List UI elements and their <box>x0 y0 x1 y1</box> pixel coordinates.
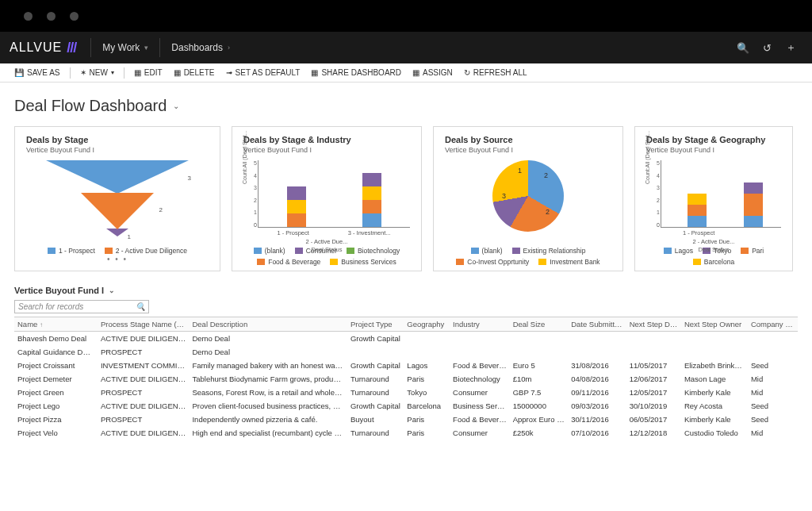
cell-owner[interactable]: Rey Acosta <box>681 399 748 413</box>
cell-nextdate: 11/05/2017 <box>626 359 681 372</box>
cell-date: 09/11/2016 <box>568 386 626 399</box>
traffic-close[interactable] <box>24 12 33 21</box>
cell-date <box>568 345 626 359</box>
cell-name[interactable]: Project Lego <box>14 399 98 413</box>
widget-subtitle: Vertice Buyout Fund I <box>26 146 209 154</box>
widget-deals-by-stage-industry[interactable]: Deals by Stage & Industry Vertice Buyout… <box>232 126 422 271</box>
assign-button[interactable]: ▦ASSIGN <box>408 67 458 79</box>
col-size[interactable]: Deal Size <box>510 317 568 332</box>
col-ind[interactable]: Industry <box>450 317 510 332</box>
col-date[interactable]: Date Submitted... <box>568 317 626 332</box>
nav-my-work[interactable]: My Work ▾ <box>94 42 156 53</box>
table-view-name[interactable]: Vertice Buyout Fund I ⌄ <box>14 286 798 295</box>
widget-title: Deals by Stage & Industry <box>243 135 410 144</box>
cell-geo[interactable]: Lagos <box>404 359 450 372</box>
table-row[interactable]: Project DemeterACTIVE DUE DILIGENCETable… <box>14 372 798 386</box>
cell-ind[interactable]: Consumer <box>450 386 510 399</box>
funnel-segment-3 <box>106 229 128 236</box>
table-row[interactable]: Project GreenPROSPECTSeasons, Forest Row… <box>14 386 798 399</box>
edit-button[interactable]: ▦EDIT <box>129 67 167 79</box>
chevron-down-icon: ▾ <box>111 69 114 76</box>
cell-geo[interactable]: Barcelona <box>404 399 450 413</box>
cell-name[interactable]: Project Demeter <box>14 372 98 386</box>
save-as-label: SAVE AS <box>27 68 60 77</box>
col-stage[interactable]: Process Stage Name (St... <box>98 317 189 332</box>
col-geo[interactable]: Geography <box>404 317 450 332</box>
cell-owner[interactable]: Custodio Toledo <box>681 426 748 440</box>
cell-ind <box>450 345 510 359</box>
pie-data-label: 1 <box>518 167 522 175</box>
assign-icon: ▦ <box>412 68 419 77</box>
cell-owner[interactable]: Kimberly Kale <box>681 386 748 399</box>
cell-geo[interactable]: Tokyo <box>404 386 450 399</box>
cell-geo[interactable]: Paris <box>404 426 450 440</box>
share-button[interactable]: ▦SHARE DASHBOARD <box>306 67 406 79</box>
y-axis-label: Count:All (Deal Stat... <box>645 131 650 184</box>
cell-name[interactable]: Bhavesh Demo Deal <box>14 332 98 346</box>
cell-ind[interactable]: Consumer <box>450 426 510 440</box>
table-row[interactable]: Project PizzaPROSPECTIndependently owned… <box>14 413 798 426</box>
x-axis-label: Deal Status <box>243 246 410 253</box>
col-desc[interactable]: Deal Description <box>189 317 347 332</box>
col-cstage[interactable]: Company Sta... <box>748 317 798 332</box>
cell-name[interactable]: Capital Guidance Demo ... <box>14 345 98 359</box>
table-row[interactable]: Project VeloACTIVE DUE DILIGENCEHigh end… <box>14 426 798 440</box>
search-icon[interactable]: 🔍 <box>731 42 755 54</box>
cell-size: Approx Euro 4.5 <box>510 413 568 426</box>
set-default-label: SET AS DEFAULT <box>236 68 301 77</box>
cell-owner[interactable]: Mason Lage <box>681 372 748 386</box>
legend-item: 2 - Active Due Diligence <box>105 247 187 255</box>
col-owner[interactable]: Next Step Owner <box>681 317 748 332</box>
col-ptype[interactable]: Project Type <box>347 317 404 332</box>
cell-date <box>568 332 626 346</box>
y-axis-label: Count:All (Deal Stat... <box>242 131 247 184</box>
cell-stage: ACTIVE DUE DILIGENCE <box>98 372 189 386</box>
col-name[interactable]: Name ↑ <box>14 317 98 332</box>
delete-button[interactable]: ▦DELETE <box>169 67 220 79</box>
page-title[interactable]: Deal Flow Dashboard ⌄ <box>14 97 798 115</box>
cell-ind[interactable]: Food & Beverage <box>450 359 510 372</box>
save-as-button[interactable]: 💾SAVE AS <box>10 67 65 79</box>
history-icon[interactable]: ↺ <box>755 42 779 54</box>
search-input[interactable]: Search for records 🔍 <box>14 300 149 313</box>
cell-owner[interactable]: Kimberly Kale <box>681 413 748 426</box>
table-row[interactable]: Project CroissantINVESTMENT COMMITTEEFam… <box>14 359 798 372</box>
cell-ind[interactable]: Biotechnology <box>450 372 510 386</box>
cell-name[interactable]: Project Croissant <box>14 359 98 372</box>
funnel-segment-1 <box>46 160 189 194</box>
widget-subtitle: Vertice Buyout Fund I <box>646 146 781 154</box>
refresh-button[interactable]: ↻REFRESH ALL <box>459 67 532 79</box>
dashboard-toolbar: 💾SAVE AS ✶NEW▾ ▦EDIT ▦DELETE ➟SET AS DEF… <box>0 63 812 83</box>
widget-deals-by-stage[interactable]: Deals by Stage Vertice Buyout Fund I 3 2… <box>14 126 220 271</box>
more-legend-icon[interactable]: • • • <box>26 255 209 263</box>
table-row[interactable]: Project LegoACTIVE DUE DILIGENCEProven c… <box>14 399 798 413</box>
col-nextdate[interactable]: Next Step Dat... <box>626 317 681 332</box>
cell-owner[interactable]: Elizabeth Brinkman <box>681 359 748 372</box>
nav-dashboards[interactable]: Dashboards › <box>163 42 238 53</box>
traffic-minimize[interactable] <box>47 12 56 21</box>
cell-name[interactable]: Project Velo <box>14 426 98 440</box>
new-button[interactable]: ✶NEW▾ <box>75 67 119 79</box>
set-default-button[interactable]: ➟SET AS DEFAULT <box>221 67 305 79</box>
cell-nextdate: 12/12/2018 <box>626 426 681 440</box>
cell-date: 04/08/2016 <box>568 372 626 386</box>
cell-name[interactable]: Project Green <box>14 386 98 399</box>
cell-geo[interactable]: Paris <box>404 413 450 426</box>
widget-deals-by-stage-geography[interactable]: Deals by Stage & Geography Vertice Buyou… <box>634 126 793 271</box>
add-icon[interactable]: ＋ <box>779 40 802 55</box>
table-row[interactable]: Bhavesh Demo DealACTIVE DUE DILIGENCEDem… <box>14 332 798 346</box>
cell-ind[interactable]: Food & Beverage <box>450 413 510 426</box>
cell-stage: ACTIVE DUE DILIGENCE <box>98 426 189 440</box>
cell-ind[interactable]: Business Services <box>450 399 510 413</box>
cell-ptype: Buyout <box>347 413 404 426</box>
traffic-zoom[interactable] <box>70 12 79 21</box>
table-row[interactable]: Capital Guidance Demo ...PROSPECTDemo De… <box>14 345 798 359</box>
cell-name[interactable]: Project Pizza <box>14 413 98 426</box>
widget-deals-by-source[interactable]: Deals by Source Vertice Buyout Fund I 2 … <box>433 126 623 271</box>
cell-desc: Seasons, Forest Row, is a retail and who… <box>189 386 347 399</box>
pin-icon: ➟ <box>226 68 232 77</box>
cell-ptype: Turnaround <box>347 386 404 399</box>
cell-geo[interactable]: Paris <box>404 372 450 386</box>
legend-item: 1 - Prospect <box>48 247 95 255</box>
funnel-data-label: 2 <box>159 206 163 213</box>
